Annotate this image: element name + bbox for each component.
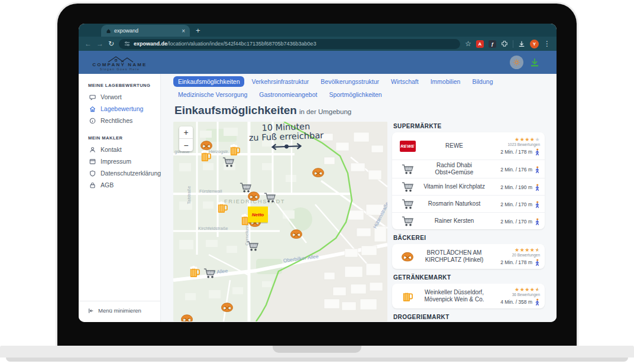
result-row[interactable]: Weinkeller Düsseldorf, Mövenpick Wein & …	[392, 284, 545, 308]
sidebar-item-label: Kontakt	[101, 146, 122, 153]
map-marker-cart-icon[interactable]	[203, 267, 216, 281]
forward-icon[interactable]: →	[96, 40, 103, 48]
map-marker-cart-icon[interactable]	[246, 240, 259, 254]
reload-icon[interactable]: ↻	[108, 40, 114, 48]
content-area: EinkaufsmöglichkeitenVerkehrsinfrastrukt…	[161, 74, 557, 322]
result-row[interactable]: Rosmarin Naturkost2 Min. / 170 m	[392, 195, 545, 212]
sidebar-item-label: Impressum	[101, 158, 131, 165]
kebab-menu-icon[interactable]: ⋮	[544, 40, 551, 48]
map-marker-netto[interactable]: Netto	[248, 207, 268, 223]
tab-verkehrsinfrastruktur[interactable]: Verkehrsinfrastruktur	[247, 76, 313, 87]
result-name: Vitamin Insel Kirchplatz	[418, 183, 490, 190]
back-icon[interactable]: ←	[85, 40, 92, 48]
distance-line: 2 Min. / 170 m	[500, 218, 540, 226]
tab-gastronomieangebot[interactable]: Gastronomieangebot	[254, 89, 322, 100]
sidebar-item-lagebewertung[interactable]: Lagebewertung	[79, 103, 160, 115]
bookmark-star-icon[interactable]: ☆	[465, 40, 471, 48]
distance-line: 2 Min. / 190 m	[500, 184, 540, 191]
distance-line: 2 Min. / 170 m	[500, 201, 540, 209]
result-row[interactable]: Vitamin Insel Kirchplatz2 Min. / 190 m	[392, 178, 545, 195]
map-marker-beer-icon[interactable]	[189, 265, 200, 281]
rewe-logo: REWE	[397, 141, 418, 152]
beer-icon	[397, 290, 418, 303]
result-name: Weinkeller Düsseldorf, Mövenpick Wein & …	[418, 289, 490, 303]
map-marker-beer-icon[interactable]	[200, 150, 211, 165]
sidebar-item-rechtliches[interactable]: Rechtliches	[79, 115, 160, 126]
company-logo[interactable]: COMPANY NAME Slogan Goes Here	[79, 54, 161, 71]
tab-immobilien[interactable]: Immobilien	[426, 76, 465, 87]
review-count: 20 Bewertungen	[512, 253, 540, 258]
panel-section-title: BÄCKEREI	[393, 235, 545, 241]
browser-tab[interactable]: expowand ×	[101, 25, 190, 37]
new-tab-button[interactable]: +	[196, 25, 200, 37]
result-row[interactable]: BROTLÄDCHEN AM KIRCHPLATZ (Hinkel)★★★★★2…	[392, 244, 545, 269]
distance-value: 4 Min. / 358 m	[500, 299, 532, 305]
extensions-puzzle-icon[interactable]	[501, 40, 508, 47]
map-zoom-in-button[interactable]: +	[179, 126, 193, 139]
map-street-label: Fürstenwall	[199, 188, 222, 194]
map-marker-beer-icon[interactable]	[217, 201, 228, 216]
url-path: /locationValuation/index/542f44bc17135bf…	[167, 41, 316, 47]
map-marker-pretzel-icon[interactable]	[180, 314, 193, 322]
tab-bildung[interactable]: Bildung	[467, 76, 497, 87]
script-extension-icon[interactable]: ƒ	[489, 40, 496, 48]
result-row[interactable]: REWEREWE★★★★★1023 Bewertungen2 Min. / 17…	[392, 132, 545, 160]
result-row[interactable]: Rainer Kersten2 Min. / 170 m	[392, 212, 545, 229]
sidebar-item-label: Rechtliches	[101, 117, 132, 124]
laptop-base-edge	[6, 358, 628, 362]
sidebar-nav: MEINE LAGEBEWERTUNGVorwortLagebewertungR…	[79, 74, 161, 322]
distance-value: 2 Min. / 170 m	[500, 202, 532, 207]
sidebar-item-agb[interactable]: AGB	[79, 179, 160, 191]
sun-icon	[513, 58, 520, 66]
category-tabs: EinkaufsmöglichkeitenVerkehrsinfrastrukt…	[173, 76, 513, 100]
map-marker-pretzel-icon[interactable]	[290, 229, 303, 242]
walking-person-icon	[535, 184, 540, 191]
map-marker-cart-icon[interactable]	[222, 156, 235, 170]
map-annotation: 10 Minuten zu Fuß erreichbar	[239, 122, 334, 154]
panel-section-title: GETRÄNKEMARKT	[393, 274, 545, 281]
url-bar[interactable]: expowand.de/locationValuation/index/542f…	[119, 39, 460, 49]
tab-einkaufsmöglichkeiten[interactable]: Einkaufsmöglichkeiten	[173, 76, 244, 87]
theme-toggle-button[interactable]	[510, 56, 523, 69]
result-meta: ★★★★★20 Bewertungen2 Min. / 178 m	[490, 247, 540, 266]
map-marker-cart-icon[interactable]	[263, 191, 276, 206]
result-row[interactable]: Rachid Dhabi Obst+Gemüse2 Min. / 176 m	[392, 160, 545, 178]
sidebar-item-datenschutzerklärung[interactable]: Datenschutzerklärung	[79, 167, 160, 179]
map-marker-pretzel-icon[interactable]	[312, 167, 325, 181]
download-icon[interactable]	[518, 40, 525, 47]
result-meta: 2 Min. / 190 m	[490, 183, 540, 191]
results-card: BROTLÄDCHEN AM KIRCHPLATZ (Hinkel)★★★★★2…	[392, 244, 545, 269]
tab-close-icon[interactable]: ×	[182, 28, 185, 34]
sidebar-item-kontakt[interactable]: Kontakt	[79, 144, 160, 155]
cart-icon	[397, 163, 418, 175]
profile-avatar[interactable]: Y	[530, 40, 539, 48]
sidebar-item-vorwort[interactable]: Vorwort	[79, 91, 160, 103]
walking-person-icon	[535, 201, 540, 209]
map-zoom-out-button[interactable]: −	[179, 139, 193, 151]
sidebar-item-impressum[interactable]: Impressum	[79, 155, 160, 167]
tab-medizinische-versorgung[interactable]: Medizinische Versorgung	[173, 89, 252, 100]
home-icon	[89, 106, 96, 112]
house-favicon-icon	[106, 28, 111, 34]
map[interactable]: + − 10 Minuten zu Fuß erreichbar	[173, 122, 387, 321]
tab-wirtschaft[interactable]: Wirtschaft	[386, 76, 423, 87]
map-street-label: Kirchfeldstraße	[198, 226, 228, 231]
result-name: Rosmarin Naturkost	[418, 200, 490, 207]
map-marker-pretzel-icon[interactable]	[247, 191, 260, 204]
page-subtitle: in der Umgebung	[299, 108, 351, 115]
distance-line: 2 Min. / 176 m	[500, 166, 540, 174]
export-download-icon[interactable]	[529, 57, 540, 68]
result-name: Rachid Dhabi Obst+Gemüse	[418, 162, 490, 176]
sidebar-item-label: Vorwort	[101, 93, 122, 100]
distance-line: 2 Min. / 178 m	[500, 259, 540, 266]
sidebar-section-label: MEINE LAGEBEWERTUNG	[79, 74, 160, 91]
cart-icon	[397, 215, 418, 227]
map-marker-pretzel-icon[interactable]	[221, 302, 234, 316]
browser-toolbar: ← → ↻ expowand.de/locationValuation/inde…	[79, 37, 557, 51]
tab-sportmöglichkeiten[interactable]: Sportmöglichkeiten	[324, 89, 386, 100]
sidebar-collapse-button[interactable]: Menü minimieren	[79, 301, 160, 322]
tab-bevölkerungsstruktur[interactable]: Bevölkerungsstruktur	[316, 76, 384, 87]
laptop-mockup: expowand × + ← → ↻ expowand.de/locationV…	[0, 0, 634, 364]
pdf-extension-icon[interactable]: A	[476, 40, 484, 48]
sidebar-item-label: Datenschutzerklärung	[101, 170, 161, 177]
